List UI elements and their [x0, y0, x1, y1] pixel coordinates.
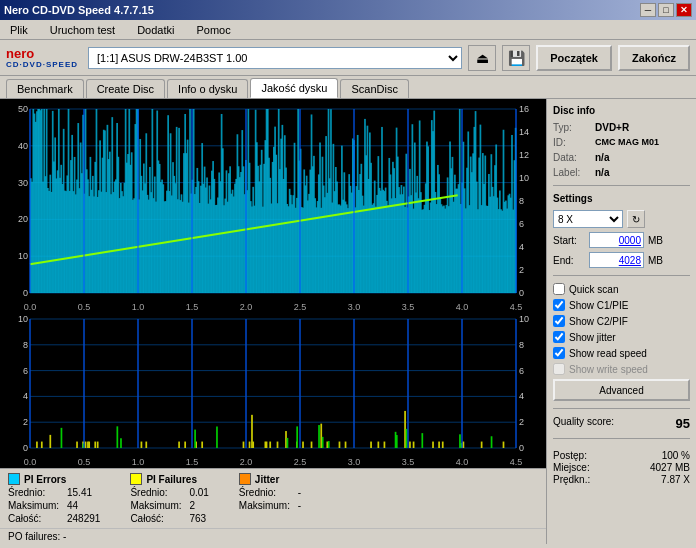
postep-value: 100 %: [662, 450, 690, 461]
title-bar: Nero CD-DVD Speed 4.7.7.15 ─ □ ✕: [0, 0, 696, 20]
menu-file[interactable]: Plik: [4, 22, 34, 38]
logo-cdspeed: CD·DVD·SPEED: [6, 60, 78, 69]
show-c1-row: Show C1/PIE: [553, 299, 690, 311]
disc-data-value: n/a: [595, 152, 609, 163]
menu-bar: Plik Uruchom test Dodatki Pomoc: [0, 20, 696, 40]
postep-row: Postęp: 100 %: [553, 450, 690, 461]
show-c1-checkbox[interactable]: [553, 299, 565, 311]
pi-errors-maks-label: Maksimum:: [8, 500, 63, 511]
pi-errors-color-box: [8, 473, 20, 485]
disc-data-label: Data:: [553, 152, 591, 163]
progress-section: Postęp: 100 % Miejsce: 4027 MB Prędkn.: …: [553, 450, 690, 486]
show-jitter-row: Show jitter: [553, 331, 690, 343]
tab-scandisc[interactable]: ScanDisc: [340, 79, 408, 98]
quick-scan-row: Quick scan: [553, 283, 690, 295]
jitter-srednie-label: Średnio:: [239, 487, 294, 498]
advanced-button[interactable]: Advanced: [553, 379, 690, 401]
top-chart: [0, 99, 546, 313]
eject-icon-btn[interactable]: ⏏: [468, 45, 496, 71]
quality-score: 95: [676, 416, 690, 431]
postep-label: Postęp:: [553, 450, 587, 461]
show-c2-row: Show C2/PIF: [553, 315, 690, 327]
speed-select[interactable]: 8 X: [553, 210, 623, 228]
toolbar: nero CD·DVD·SPEED [1:1] ASUS DRW-24B3ST …: [0, 40, 696, 76]
bottom-chart: [0, 313, 546, 468]
pi-errors-calkosc-value: 248291: [67, 513, 100, 524]
miejsce-label: Miejsce:: [553, 462, 590, 473]
disc-typ-label: Typ:: [553, 122, 591, 133]
show-write-row: Show write speed: [553, 363, 690, 375]
pi-failures-color-box: [130, 473, 142, 485]
end-input[interactable]: [589, 252, 644, 268]
quick-scan-label: Quick scan: [569, 284, 618, 295]
divider-4: [553, 438, 690, 439]
close-button[interactable]: ✕: [676, 3, 692, 17]
divider-3: [553, 408, 690, 409]
menu-extras[interactable]: Dodatki: [131, 22, 180, 38]
right-panel: Disc info Typ: DVD+R ID: CMC MAG M01 Dat…: [546, 99, 696, 544]
legend-jitter: Jitter Średnio: - Maksimum: -: [239, 473, 301, 524]
pi-failures-maks-value: 2: [189, 500, 195, 511]
tab-jakosc-dysku[interactable]: Jakość dysku: [250, 78, 338, 98]
main-content: PI Errors Średnio: 15.41 Maksimum: 44 Ca…: [0, 98, 696, 544]
jitter-color-box: [239, 473, 251, 485]
disc-id-row: ID: CMC MAG M01: [553, 137, 690, 148]
disc-typ-value: DVD+R: [595, 122, 629, 133]
show-c2-checkbox[interactable]: [553, 315, 565, 327]
pi-failures-srednie-value: 0.01: [189, 487, 208, 498]
show-jitter-label: Show jitter: [569, 332, 616, 343]
menu-run-test[interactable]: Uruchom test: [44, 22, 121, 38]
menu-help[interactable]: Pomoc: [190, 22, 236, 38]
show-write-label: Show write speed: [569, 364, 648, 375]
start-input[interactable]: [589, 232, 644, 248]
pi-failures-srednie-label: Średnio:: [130, 487, 185, 498]
logo: nero CD·DVD·SPEED: [6, 47, 78, 69]
minimize-button[interactable]: ─: [640, 3, 656, 17]
legend-pi-errors: PI Errors Średnio: 15.41 Maksimum: 44 Ca…: [8, 473, 100, 524]
quality-row: Quality score: 95: [553, 416, 690, 431]
show-read-checkbox[interactable]: [553, 347, 565, 359]
disc-id-label: ID:: [553, 137, 591, 148]
stop-button[interactable]: Zakończ: [618, 45, 690, 71]
disc-label-label: Label:: [553, 167, 591, 178]
end-label: End:: [553, 255, 585, 266]
tabs: Benchmark Create Disc Info o dysku Jakoś…: [0, 76, 696, 98]
pi-errors-maks-value: 44: [67, 500, 78, 511]
pi-errors-title: PI Errors: [24, 474, 66, 485]
save-icon-btn[interactable]: 💾: [502, 45, 530, 71]
show-read-row: Show read speed: [553, 347, 690, 359]
jitter-srednie-value: -: [298, 487, 301, 498]
end-range-row: End: MB: [553, 252, 690, 268]
window-title: Nero CD-DVD Speed 4.7.7.15: [4, 4, 154, 16]
show-read-label: Show read speed: [569, 348, 647, 359]
tab-info-o-dysku[interactable]: Info o dysku: [167, 79, 248, 98]
predkn-value: 7.87 X: [661, 474, 690, 485]
drive-select[interactable]: [1:1] ASUS DRW-24B3ST 1.00: [88, 47, 462, 69]
end-unit: MB: [648, 255, 663, 266]
po-failures-label: PO failures:: [8, 531, 60, 542]
legend-area: PI Errors Średnio: 15.41 Maksimum: 44 Ca…: [0, 468, 546, 528]
start-unit: MB: [648, 235, 663, 246]
tab-benchmark[interactable]: Benchmark: [6, 79, 84, 98]
start-button[interactable]: Początek: [536, 45, 612, 71]
jitter-maks-label: Maksimum:: [239, 500, 294, 511]
disc-info-title: Disc info: [553, 105, 690, 116]
show-c2-label: Show C2/PIF: [569, 316, 628, 327]
miejsce-row: Miejsce: 4027 MB: [553, 462, 690, 473]
maximize-button[interactable]: □: [658, 3, 674, 17]
title-bar-buttons: ─ □ ✕: [640, 3, 692, 17]
tab-create-disc[interactable]: Create Disc: [86, 79, 165, 98]
quick-scan-checkbox[interactable]: [553, 283, 565, 295]
show-c1-label: Show C1/PIE: [569, 300, 628, 311]
disc-label-row: Label: n/a: [553, 167, 690, 178]
show-write-checkbox[interactable]: [553, 363, 565, 375]
pi-failures-calkosc-value: 763: [189, 513, 206, 524]
start-range-row: Start: MB: [553, 232, 690, 248]
start-label: Start:: [553, 235, 585, 246]
refresh-button[interactable]: ↻: [627, 210, 645, 228]
po-failures-value: -: [63, 531, 66, 542]
disc-id-value: CMC MAG M01: [595, 137, 659, 148]
pi-failures-title: PI Failures: [146, 474, 197, 485]
show-jitter-checkbox[interactable]: [553, 331, 565, 343]
disc-data-row: Data: n/a: [553, 152, 690, 163]
